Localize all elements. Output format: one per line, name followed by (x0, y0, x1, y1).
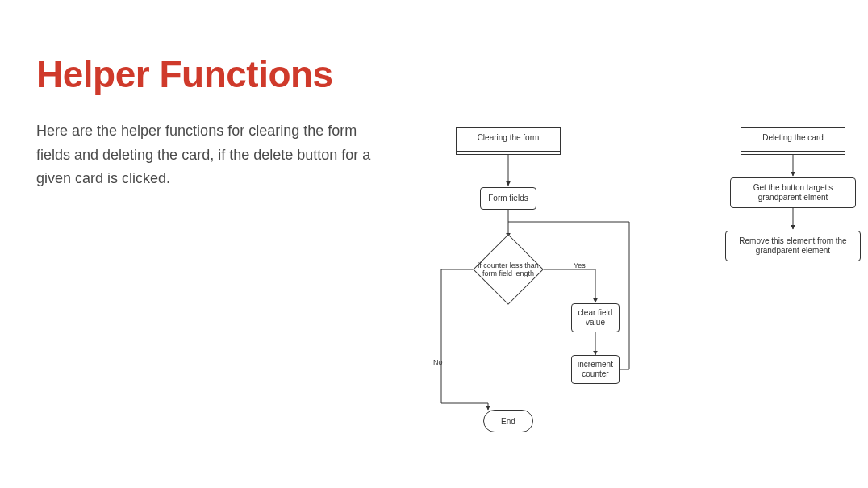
flowchart-clearing-form: Clearing the form Form fields if counter… (432, 121, 633, 460)
flow2-start-label: Deleting the card (748, 133, 838, 144)
flow1-end: End (483, 410, 533, 432)
flow1-clear-field: clear field value (571, 303, 620, 332)
slide-title: Helper Functions (36, 52, 333, 96)
flow1-edge-yes: Yes (574, 261, 586, 269)
flow1-decision-label: if counter less than form field length (473, 234, 544, 305)
flow1-start-label: Clearing the form (463, 133, 553, 144)
flow1-increment-counter: increment counter (571, 355, 620, 384)
flow1-start: Clearing the form (456, 127, 561, 155)
flow1-edge-no: No (433, 358, 443, 366)
flow2-start: Deleting the card (741, 127, 845, 155)
flow1-form-fields: Form fields (480, 187, 536, 210)
slide: Helper Functions Here are the helper fun… (0, 0, 868, 488)
flow2-remove: Remove this element from the grandparent… (725, 231, 861, 261)
intro-paragraph: Here are the helper functions for cleari… (36, 119, 375, 191)
flow2-grandparent: Get the button target's grandparent elme… (730, 177, 856, 208)
flow1-decision: if counter less than form field length (473, 234, 544, 305)
flowchart-deleting-card: Deleting the card Get the button target'… (722, 121, 867, 298)
